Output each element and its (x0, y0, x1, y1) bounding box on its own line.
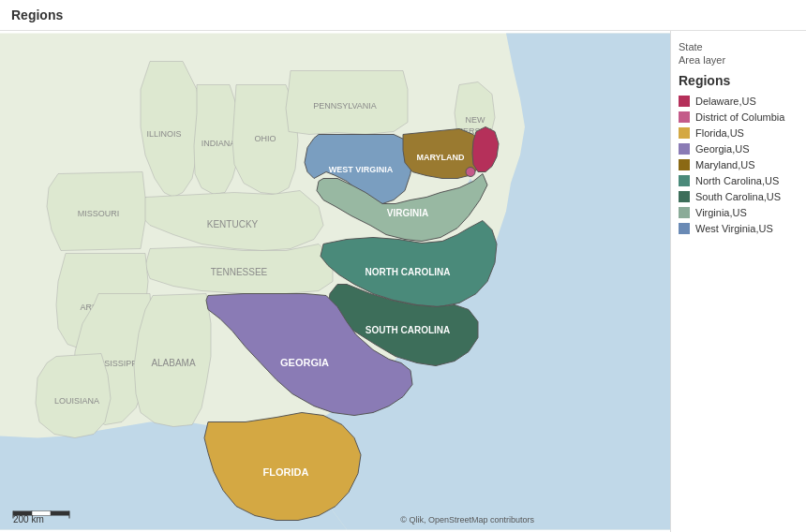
svg-text:MISSOURI: MISSOURI (78, 209, 120, 218)
legend-swatch (679, 143, 690, 155)
legend-item-label: District of Columbia (695, 111, 784, 123)
legend-item: Virginia,US (679, 207, 799, 218)
legend-item-label: West Virginia,US (695, 223, 773, 234)
svg-rect-24 (51, 511, 69, 516)
page-title: Regions (0, 0, 806, 31)
legend-title: Regions (679, 73, 799, 88)
svg-text:OHIO: OHIO (254, 134, 276, 143)
legend-item: West Virginia,US (679, 223, 799, 234)
legend-item-label: North Carolina,US (695, 175, 779, 186)
legend-item-label: Delaware,US (695, 96, 756, 107)
scale-label: 200 km (13, 514, 44, 525)
legend-items: Delaware,USDistrict of ColumbiaFlorida,U… (679, 96, 799, 234)
svg-text:FLORIDA: FLORIDA (263, 466, 309, 478)
svg-text:NORTH CAROLINA: NORTH CAROLINA (365, 267, 450, 277)
svg-text:GEORGIA: GEORGIA (280, 357, 329, 368)
legend-item-label: Virginia,US (695, 207, 747, 218)
legend-swatch (679, 175, 690, 186)
legend-item: Delaware,US (679, 96, 799, 107)
svg-text:NEW: NEW (466, 115, 486, 125)
legend-layer-name: State Area layer (679, 40, 799, 67)
legend-item: Florida,US (679, 127, 799, 139)
map-svg: ILLINOIS INDIANA OHIO PENNSYLVANIA NEW J… (0, 31, 670, 532)
svg-text:WEST VIRGINIA: WEST VIRGINIA (329, 165, 394, 174)
legend-swatch (679, 191, 690, 202)
legend-swatch (679, 223, 690, 234)
legend-item: Maryland,US (679, 159, 799, 170)
map-attribution: © Qlik, OpenStreetMap contributors (400, 515, 534, 525)
svg-text:LOUISIANA: LOUISIANA (54, 396, 99, 406)
legend-item: Georgia,US (679, 143, 799, 155)
legend-swatch (679, 159, 690, 170)
scale-bar: 200 km (13, 512, 44, 525)
app-container: Regions ILLINOIS INDIANA (0, 0, 806, 532)
legend-swatch (679, 207, 690, 218)
svg-text:PENNSYLVANIA: PENNSYLVANIA (313, 101, 377, 111)
legend-item: North Carolina,US (679, 175, 799, 186)
main-area: ILLINOIS INDIANA OHIO PENNSYLVANIA NEW J… (0, 31, 806, 532)
svg-text:KENTUCKY: KENTUCKY (207, 219, 259, 229)
legend-item: District of Columbia (679, 111, 799, 123)
legend-item-label: Florida,US (695, 127, 744, 139)
map-container[interactable]: ILLINOIS INDIANA OHIO PENNSYLVANIA NEW J… (0, 31, 670, 532)
svg-text:SOUTH CAROLINA: SOUTH CAROLINA (366, 325, 451, 335)
legend-item-label: Georgia,US (695, 143, 749, 155)
legend-swatch (679, 127, 690, 139)
legend-item-label: South Carolina,US (695, 191, 781, 202)
svg-text:VIRGINIA: VIRGINIA (387, 208, 428, 218)
svg-text:INDIANA: INDIANA (202, 139, 236, 148)
svg-point-21 (466, 168, 475, 177)
svg-text:ALABAMA: ALABAMA (151, 358, 196, 368)
legend-item: South Carolina,US (679, 191, 799, 202)
svg-text:ILLINOIS: ILLINOIS (146, 129, 181, 139)
svg-text:MARYLAND: MARYLAND (416, 153, 465, 162)
legend-panel: State Area layer Regions Delaware,USDist… (670, 31, 806, 532)
svg-text:TENNESSEE: TENNESSEE (211, 267, 268, 277)
legend-swatch (679, 96, 690, 107)
legend-item-label: Maryland,US (695, 159, 755, 170)
legend-swatch (679, 111, 690, 123)
